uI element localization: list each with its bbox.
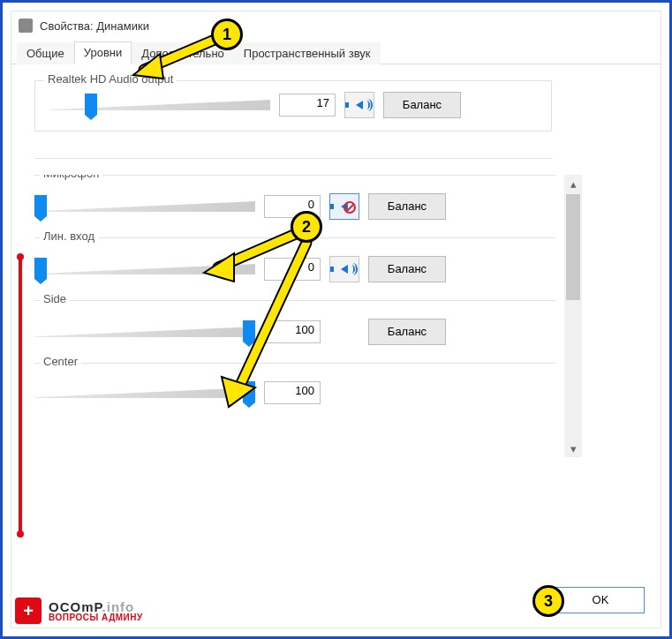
tab-strip: Общие Уровни Дополнительно Пространствен… [11,40,661,64]
output-mute-button[interactable] [344,92,374,118]
linein-balance-button[interactable]: Баланс [368,256,446,282]
scroll-thumb[interactable] [566,194,580,300]
mic-mute-button[interactable] [329,193,359,220]
separator [34,158,552,159]
sound-waves-icon [348,263,355,275]
properties-dialog: Свойства: Динамики Общие Уровни Дополнит… [11,11,661,628]
output-volume-value[interactable]: 17 [279,94,336,117]
annotation-callout-3: 3 [532,585,564,617]
output-group-label: Realtek HD Audio output [44,72,177,86]
mic-balance-button[interactable]: Баланс [368,193,446,220]
annotation-callout-2: 2 [291,211,322,243]
inputs-scrollbar[interactable]: ▴ ▾ [564,175,582,457]
title-bar: Свойства: Динамики [11,11,661,40]
scroll-down-button[interactable]: ▾ [564,440,582,457]
annotation-bracket [19,257,29,534]
linein-volume-slider[interactable] [34,258,255,281]
mic-volume-slider[interactable] [34,195,255,218]
tab-body-levels: Realtek HD Audio output 17 Баланс [11,64,661,457]
linein-volume-value[interactable]: 0 [264,258,321,281]
annotation-callout-1: 1 [211,19,243,50]
side-volume-value[interactable]: 100 [264,320,321,343]
linein-mute-button[interactable] [329,256,359,282]
ok-button[interactable]: OK [556,587,645,613]
sound-waves-icon [363,99,370,111]
screenshot-frame: Свойства: Динамики Общие Уровни Дополнит… [0,0,672,639]
center-volume-value[interactable]: 100 [264,381,321,404]
input-group-center: Center 100 [34,363,555,422]
center-volume-slider[interactable] [34,381,255,404]
output-group: Realtek HD Audio output 17 Баланс [34,80,552,132]
output-balance-button[interactable]: Баланс [383,92,461,118]
speaker-icon [356,101,363,109]
tab-general[interactable]: Общие [17,42,74,64]
window-title: Свойства: Динамики [40,19,149,33]
watermark: + OCOmP.info ВОПРОСЫ АДМИНУ [15,598,143,624]
input-group-linein: Лин. вход 0 Баланс [34,237,555,300]
speaker-icon [341,265,348,274]
side-volume-slider[interactable] [34,320,255,343]
side-balance-button[interactable]: Баланс [368,319,446,345]
plus-icon: + [15,598,42,624]
speaker-app-icon [19,19,33,33]
input-group-side: Side 100 Баланс [34,300,555,363]
muted-icon [344,201,356,214]
tab-spatial[interactable]: Пространственный звук [234,42,381,64]
tab-levels[interactable]: Уровни [74,41,132,64]
output-volume-slider[interactable] [49,94,270,117]
scroll-up-button[interactable]: ▴ [564,175,582,192]
